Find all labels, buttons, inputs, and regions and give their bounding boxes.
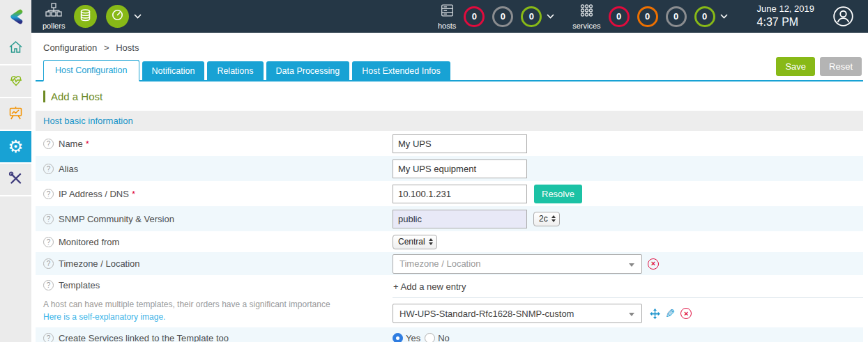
resolve-button[interactable]: Resolve — [534, 185, 582, 203]
timezone-label-cell: Timezone / Location — [36, 258, 393, 269]
snmp-community-input[interactable] — [393, 210, 527, 228]
template-select[interactable]: HW-UPS-Standard-Rfc1628-SNMP-custom — [393, 304, 642, 323]
help-icon[interactable] — [43, 214, 54, 224]
hosts-down-badge[interactable]: 0 — [464, 6, 485, 27]
user-profile-icon[interactable] — [832, 6, 854, 27]
sidebar-item-configuration[interactable]: ⚙ — [0, 131, 31, 164]
name-input[interactable] — [393, 134, 527, 153]
templates-help-link[interactable]: Here is a self-explanatory image. — [43, 312, 165, 322]
row-timezone: Timezone / Location Timezone / Location — [36, 252, 863, 275]
tab-notification[interactable]: Notification — [142, 61, 205, 80]
form-rows: Name * Alias IP Address / DNS * — [36, 131, 863, 342]
monitored-from-select[interactable]: Central — [393, 235, 437, 249]
gear-icon: ⚙ — [8, 138, 23, 155]
services-ok-badge[interactable]: 0 — [694, 6, 715, 27]
help-icon[interactable] — [43, 258, 54, 269]
tab-data-processing[interactable]: Data Processing — [266, 61, 350, 80]
reset-button[interactable]: Reset — [820, 57, 862, 76]
pollers-label: pollers — [43, 22, 65, 30]
help-icon[interactable] — [43, 333, 54, 342]
main-content: Configuration > Hosts Host Configuration… — [31, 33, 868, 342]
help-icon[interactable] — [43, 189, 54, 199]
pollers-menu[interactable]: pollers — [43, 3, 65, 30]
services-warning-badge[interactable]: 0 — [637, 6, 658, 27]
services-label: services — [572, 22, 600, 30]
clock: June 12, 2019 4:37 PM — [757, 3, 814, 29]
monitored-from-label: Monitored from — [59, 237, 119, 247]
title-bar-decoration — [43, 91, 45, 102]
breadcrumb-hosts[interactable]: Hosts — [116, 42, 139, 53]
current-date: June 12, 2019 — [757, 3, 814, 15]
template-select-value: HW-UPS-Standard-Rfc1628-SNMP-custom — [399, 309, 574, 319]
row-alias: Alias — [36, 156, 863, 181]
row-create-services: Create Services linked to the Template t… — [36, 327, 863, 342]
create-services-yes-radio[interactable] — [393, 333, 403, 342]
help-icon[interactable] — [43, 237, 54, 247]
snmp-label-cell: SNMP Community & Version — [36, 214, 393, 224]
yes-label: Yes — [406, 333, 420, 342]
services-critical-badge[interactable]: 0 — [609, 6, 630, 27]
form-actions: Save Reset — [776, 57, 862, 76]
alias-label-cell: Alias — [36, 164, 393, 174]
tab-host-configuration[interactable]: Host Configuration — [43, 60, 139, 81]
section-header-host-basic-information: Host basic information — [36, 111, 863, 131]
row-snmp: SNMP Community & Version 2c — [36, 206, 863, 231]
heartbeat-icon — [7, 72, 25, 91]
hosts-unreachable-badge[interactable]: 0 — [492, 6, 513, 27]
help-icon[interactable] — [43, 139, 54, 149]
services-chevron-icon[interactable] — [720, 14, 728, 19]
top-header: pollers — [0, 0, 868, 33]
delete-template-icon[interactable] — [680, 308, 692, 319]
row-name: Name * — [36, 131, 863, 156]
centreon-logo[interactable] — [0, 0, 31, 33]
select-spinner-icon — [429, 238, 433, 245]
sidebar-item-monitoring[interactable] — [0, 65, 31, 98]
monitored-label-cell: Monitored from — [36, 237, 393, 247]
create-services-label-cell: Create Services linked to the Template t… — [36, 333, 393, 342]
move-template-icon[interactable] — [649, 308, 661, 320]
add-template-entry-link[interactable]: + Add a new entry — [393, 280, 863, 298]
gauge-icon — [111, 8, 124, 24]
select-spinner-icon — [551, 215, 556, 222]
hosts-icon — [439, 3, 455, 21]
hosts-status-menu[interactable]: hosts — [438, 3, 456, 30]
hosts-up-badge[interactable]: 0 — [521, 6, 542, 27]
create-services-no-radio[interactable] — [425, 333, 435, 342]
save-button[interactable]: Save — [776, 57, 815, 76]
timezone-select[interactable]: Timezone / Location — [393, 254, 642, 274]
alias-input[interactable] — [393, 160, 527, 178]
required-asterisk: * — [86, 139, 89, 149]
poller-database-status[interactable] — [74, 5, 97, 28]
help-icon[interactable] — [43, 164, 54, 174]
database-icon — [79, 8, 92, 24]
home-icon — [7, 39, 24, 59]
templates-label-cell: Templates A host can have multiple templ… — [36, 280, 393, 322]
hosts-chevron-icon[interactable] — [547, 14, 554, 19]
ip-input[interactable] — [393, 185, 527, 203]
ip-label: IP Address / DNS — [59, 189, 129, 199]
row-templates: Templates A host can have multiple templ… — [36, 275, 863, 327]
edit-template-icon[interactable]: ✎ — [665, 306, 675, 321]
sidebar-item-administration[interactable] — [0, 164, 31, 196]
hosts-label: hosts — [438, 22, 456, 30]
sidebar-item-reporting[interactable] — [0, 98, 31, 131]
timezone-label: Timezone / Location — [59, 258, 140, 269]
tab-host-extended-infos[interactable]: Host Extended Infos — [352, 61, 450, 80]
help-icon[interactable] — [43, 280, 54, 290]
services-status-menu[interactable]: services — [572, 3, 600, 30]
breadcrumb-configuration[interactable]: Configuration — [43, 42, 97, 53]
sidebar-item-home[interactable] — [0, 33, 31, 65]
tab-relations[interactable]: Relations — [207, 61, 263, 80]
poller-latency-status[interactable] — [106, 5, 129, 28]
templates-help-text: A host can have multiple templates, thei… — [43, 299, 330, 311]
clear-timezone-icon[interactable] — [648, 258, 659, 270]
snmp-version-select[interactable]: 2c — [533, 212, 560, 226]
snmp-label: SNMP Community & Version — [59, 214, 174, 224]
left-sidebar: ⚙ — [0, 33, 31, 342]
timezone-placeholder: Timezone / Location — [399, 258, 481, 269]
required-asterisk: * — [132, 189, 135, 199]
chart-board-icon — [7, 104, 24, 124]
services-unknown-badge[interactable]: 0 — [666, 6, 687, 27]
row-ip-address: IP Address / DNS * Resolve — [36, 181, 863, 206]
pollers-chevron-icon[interactable] — [134, 14, 142, 19]
